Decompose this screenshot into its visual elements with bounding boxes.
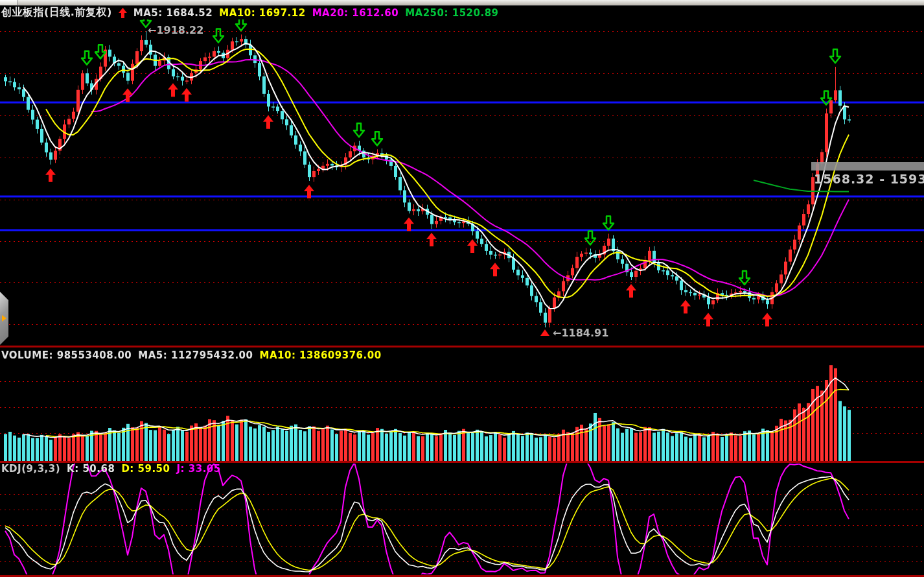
horizontal-scrollbar[interactable] xyxy=(0,0,924,6)
ma250-value: MA250: 1520.89 xyxy=(405,7,498,19)
price-gap-range-label: 1568.32 - 1593.26 xyxy=(814,172,924,186)
trading-app-window: 创业板指(日线.前复权) MA5: 1684.52 MA10: 1697.12 … xyxy=(0,0,924,577)
volume-ma5-value: MA5: 112795432.00 xyxy=(138,349,253,361)
kdj-j-value: J: 33.05 xyxy=(177,463,221,475)
lowest-price-label: ←1184.91 xyxy=(553,327,608,339)
highest-price-label: ←1918.22 xyxy=(148,24,203,36)
ma5-value: MA5: 1684.52 xyxy=(133,7,213,19)
expand-arrow-icon xyxy=(2,315,6,322)
ma20-value: MA20: 1612.60 xyxy=(312,7,398,19)
volume-ma10-value: MA10: 138609376.00 xyxy=(259,349,381,361)
scrollbar-thumb[interactable] xyxy=(0,0,17,5)
price-gap-zone-bar xyxy=(811,162,924,171)
kdj-panel-header: KDJ(9,3,3) K: 50.68 D: 59.50 J: 33.05 xyxy=(1,463,221,475)
kdj-d-value: D: 59.50 xyxy=(121,463,170,475)
volume-value: VOLUME: 98553408.00 xyxy=(1,349,132,361)
kdj-k-value: K: 50.68 xyxy=(67,463,115,475)
ma10-value: MA10: 1697.12 xyxy=(219,7,305,19)
volume-panel-header: VOLUME: 98553408.00 MA5: 112795432.00 MA… xyxy=(1,349,382,361)
main-chart-header: 创业板指(日线.前复权) MA5: 1684.52 MA10: 1697.12 … xyxy=(1,6,499,19)
chart-canvas[interactable] xyxy=(0,0,924,577)
left-panel-toggle[interactable] xyxy=(0,292,8,345)
price-up-arrow-icon xyxy=(119,8,127,18)
kdj-params-label: KDJ(9,3,3) xyxy=(1,463,60,475)
symbol-title: 创业板指(日线.前复权) xyxy=(1,6,112,19)
